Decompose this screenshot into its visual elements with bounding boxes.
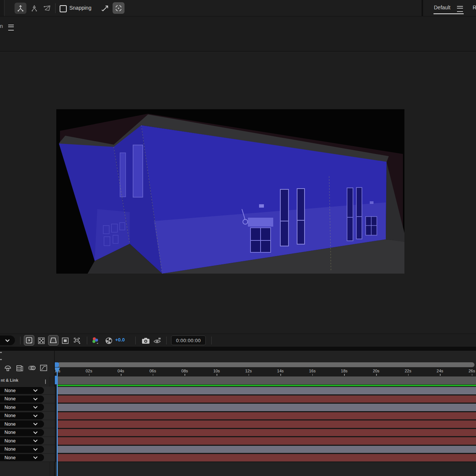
exposure-button[interactable]	[104, 336, 113, 345]
bend-tool-button[interactable]	[41, 3, 53, 14]
layer-duration-bar[interactable]	[58, 387, 476, 394]
exposure-value[interactable]: +0.0	[115, 337, 125, 343]
ruler-label: 24s	[434, 369, 446, 373]
navigator-playhead-mirror[interactable]	[55, 362, 59, 367]
cached-frames-indicator	[58, 385, 476, 386]
magnification-dropdown[interactable]	[0, 335, 15, 345]
timecode-value: 0:00:00:00	[176, 338, 201, 343]
transparency-grid-button[interactable]	[37, 336, 46, 345]
roi-button[interactable]	[72, 336, 82, 345]
toolbar-separator	[55, 3, 56, 13]
panel-menu-icon[interactable]	[8, 25, 14, 31]
viewer-toolbar-separator	[211, 337, 212, 344]
chevron-down-icon	[33, 422, 38, 426]
panel-gap	[0, 347, 476, 351]
parent-link-dropdown[interactable]: None	[0, 395, 44, 403]
ruler-label: 12s	[243, 369, 255, 373]
work-area-bar[interactable]	[57, 376, 476, 384]
layer-duration-bar[interactable]	[58, 446, 476, 453]
parent-link-dropdown[interactable]: None	[0, 420, 44, 428]
parent-link-dropdown[interactable]: None	[0, 437, 44, 444]
ruler-tick	[472, 374, 473, 376]
top-toolbar: Snapping Default R	[0, 0, 476, 16]
parent-link-value: None	[4, 438, 16, 444]
fast-previews-button[interactable]	[24, 335, 34, 346]
layer-duration-bar[interactable]	[58, 429, 476, 436]
fast-previews-icon	[26, 337, 32, 344]
safe-zones-button[interactable]	[61, 336, 70, 345]
panel-tab-name-fragment[interactable]: n	[0, 23, 3, 29]
layer-duration-bar[interactable]	[58, 395, 476, 403]
timeline-panel-fragment	[0, 352, 2, 360]
shy-toggle[interactable]	[4, 363, 12, 372]
layer-duration-bar[interactable]	[58, 454, 476, 461]
show-snapshot-button[interactable]	[153, 336, 162, 345]
frame-blend-toggle[interactable]	[16, 363, 24, 372]
parent-link-value: None	[4, 388, 16, 393]
bend-tool-icon	[42, 4, 51, 12]
ruler-label: 04s	[115, 369, 127, 373]
joint-tool-button[interactable]	[15, 3, 26, 14]
ruler-tick	[89, 374, 90, 376]
pin-arrow-button[interactable]	[101, 3, 110, 13]
toolbar-edge	[0, 0, 4, 16]
layer-row: None	[0, 454, 55, 462]
ruler-tick	[408, 374, 409, 376]
roi-icon	[73, 337, 82, 344]
layer-row: None	[0, 387, 55, 395]
chevron-down-icon	[33, 439, 38, 442]
parent-link-dropdown[interactable]: None	[0, 454, 44, 461]
snapping-checkbox[interactable]	[60, 5, 67, 12]
timeline-left-column: nt & Link NoneNoneNoneNoneNoneNoneNoneNo…	[0, 351, 55, 476]
parent-link-value: None	[4, 430, 16, 435]
mask-visibility-icon	[50, 337, 57, 344]
snapshot-icon	[142, 337, 150, 344]
ruler-tick	[376, 374, 377, 376]
graph-editor-icon	[40, 364, 47, 372]
layer-duration-bar[interactable]	[58, 404, 476, 411]
parent-link-dropdown[interactable]: None	[0, 429, 44, 436]
parent-link-dropdown[interactable]: None	[0, 387, 44, 394]
workspace-menu-icon[interactable]	[457, 6, 463, 12]
time-ruler[interactable]: 00s02s04s06s08s10s12s14s16s18s20s22s24s2…	[55, 368, 476, 376]
parent-link-dropdown[interactable]: None	[0, 446, 44, 453]
ruler-tick	[280, 374, 281, 376]
ruler-label: 18s	[338, 369, 350, 373]
ruler-label: 06s	[147, 369, 159, 373]
chevron-down-icon	[33, 414, 38, 417]
layer-duration-bar[interactable]	[58, 420, 476, 428]
joint-alt-tool-button[interactable]	[28, 3, 40, 14]
joint-alt-tool-icon	[30, 4, 38, 12]
layer-row: None	[0, 395, 55, 403]
workspace-tab-fragment[interactable]: R	[473, 0, 476, 15]
parent-link-value: None	[4, 405, 16, 410]
graph-editor-toggle[interactable]	[40, 363, 48, 372]
chevron-down-icon	[33, 389, 38, 392]
layer-duration-bar[interactable]	[58, 437, 476, 445]
parent-link-header: nt & Link	[1, 378, 18, 382]
time-navigator-bar[interactable]	[57, 362, 475, 367]
timecode-display[interactable]: 0:00:00:00	[171, 335, 206, 345]
comp-canvas[interactable]	[56, 109, 404, 274]
ruler-tick	[153, 374, 154, 376]
region-capture-button[interactable]	[113, 2, 124, 14]
wall-window	[120, 153, 126, 197]
channels-button[interactable]	[91, 336, 100, 345]
motion-blur-toggle[interactable]	[28, 363, 36, 372]
parent-link-dropdown[interactable]: None	[0, 412, 44, 419]
layer-duration-bar[interactable]	[58, 412, 476, 420]
parent-link-dropdown[interactable]: None	[0, 404, 44, 411]
workspace-tab-default[interactable]: Default	[434, 0, 450, 15]
mask-visibility-button[interactable]	[48, 335, 59, 346]
ruler-tick	[312, 374, 313, 376]
pin-arrow-icon	[101, 3, 110, 13]
safe-zones-icon	[62, 337, 69, 344]
viewer-toolbar: +0.0 0:00:00:00	[0, 334, 476, 347]
ruler-tick	[249, 374, 249, 376]
transparency-grid-icon	[38, 337, 45, 344]
chevron-down-icon	[33, 448, 38, 451]
snapshot-button[interactable]	[141, 336, 150, 345]
playhead-line[interactable]	[57, 368, 58, 476]
workspace-divider	[422, 0, 423, 16]
ruler-label: 22s	[402, 369, 414, 373]
